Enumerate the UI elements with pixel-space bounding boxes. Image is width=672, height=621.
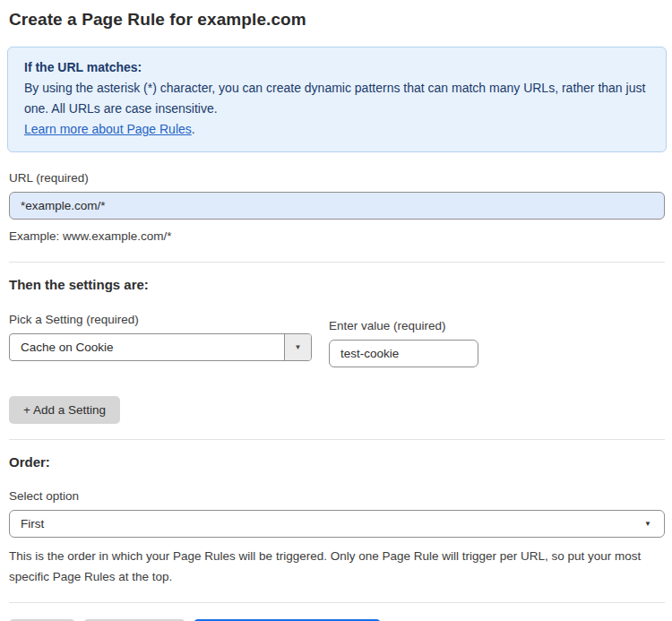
setting-picker-value: Cache on Cookie	[10, 334, 284, 360]
settings-section-heading: Then the settings are:	[9, 277, 663, 292]
order-section-heading: Order:	[9, 454, 663, 470]
info-box-heading: If the URL matches:	[24, 57, 650, 78]
chevron-down-icon: ▼	[644, 520, 651, 528]
setting-value-column: Enter value (required)	[329, 319, 478, 367]
url-input[interactable]	[9, 192, 665, 220]
url-field-label: URL (required)	[9, 171, 663, 185]
setting-picker-label: Pick a Setting (required)	[9, 313, 312, 326]
chevron-down-icon: ▼	[295, 343, 302, 351]
link-suffix: .	[192, 122, 195, 136]
divider	[9, 262, 665, 263]
info-box-link-line: Learn more about Page Rules.	[24, 119, 650, 140]
add-setting-button[interactable]: + Add a Setting	[9, 396, 120, 424]
order-helper-text: This is the order in which your Page Rul…	[9, 546, 665, 587]
divider	[9, 439, 665, 440]
dropdown-arrow-button[interactable]: ▼	[284, 334, 311, 360]
settings-row: Pick a Setting (required) Cache on Cooki…	[9, 313, 663, 367]
info-box-body: By using the asterisk (*) character, you…	[24, 78, 650, 119]
divider	[9, 602, 665, 603]
page-title: Create a Page Rule for example.com	[9, 10, 663, 30]
setting-picker-dropdown[interactable]: Cache on Cookie ▼	[9, 333, 312, 361]
url-match-info-box: If the URL matches: By using the asteris…	[7, 47, 667, 152]
setting-value-label: Enter value (required)	[329, 319, 478, 332]
url-example-helper: Example: www.example.com/*	[9, 226, 663, 246]
order-select-value: First	[21, 517, 44, 530]
order-select-label: Select option	[9, 489, 663, 503]
setting-picker-column: Pick a Setting (required) Cache on Cooki…	[9, 313, 312, 367]
order-select[interactable]: First ▼	[9, 510, 665, 538]
setting-value-input[interactable]	[329, 340, 478, 367]
learn-more-link[interactable]: Learn more about Page Rules	[24, 122, 192, 136]
